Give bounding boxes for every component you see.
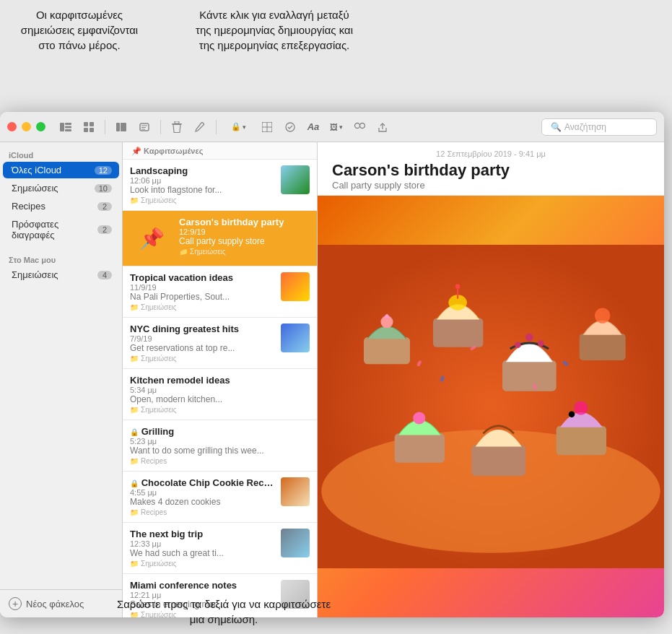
format-button[interactable]: Aa bbox=[303, 118, 323, 136]
minimize-button[interactable] bbox=[22, 122, 31, 131]
note-content: NYC dining greatest hits 7/9/19 Get rese… bbox=[130, 323, 275, 362]
sidebar-item-mac-notes[interactable]: Σημειώσεις 4 bbox=[3, 266, 119, 283]
svg-rect-27 bbox=[433, 318, 483, 347]
sidebar-item-recipes[interactable]: Recipes 2 bbox=[3, 198, 119, 214]
note-folder: 📁 Σημειώσεις bbox=[130, 355, 275, 362]
note-title: Miami conference notes bbox=[130, 580, 275, 591]
svg-point-20 bbox=[355, 123, 360, 128]
checklist-button[interactable] bbox=[280, 118, 300, 136]
note-thumbnail-miami bbox=[281, 580, 310, 609]
note-item-grilling[interactable]: 🔒 Grilling 5:23 μμ Want to do some grill… bbox=[123, 420, 317, 472]
note-preview: Look into flagstone for... bbox=[130, 185, 275, 195]
notes-scroll[interactable]: Landscaping 12:06 μμ Look into flagstone… bbox=[123, 160, 317, 617]
svg-rect-1 bbox=[65, 123, 71, 125]
svg-rect-35 bbox=[580, 334, 626, 360]
note-folder: 📁 Σημειώσεις bbox=[130, 611, 275, 617]
notes-list: 📌 Καρφιτσωμένες Landscaping 12:06 μμ Loo… bbox=[123, 142, 318, 617]
svg-rect-15 bbox=[175, 121, 179, 123]
notelist-toggle-button[interactable] bbox=[111, 118, 131, 136]
close-button[interactable] bbox=[7, 122, 17, 131]
lock-button[interactable]: 🔒▾ bbox=[222, 118, 254, 136]
note-thumbnail-cookies bbox=[281, 477, 310, 506]
svg-point-36 bbox=[595, 308, 610, 323]
note-item-miami[interactable]: Miami conference notes 12:21 μμ Sales in… bbox=[123, 574, 317, 617]
mac-section-header: Στο Mac μου bbox=[0, 253, 122, 266]
note-folder: 📁 Σημειώσεις bbox=[179, 248, 310, 256]
svg-rect-6 bbox=[84, 128, 88, 132]
svg-rect-9 bbox=[121, 123, 126, 131]
compose-button[interactable] bbox=[190, 118, 210, 136]
pin-icon: 📌 bbox=[131, 147, 141, 155]
sidebar-item-recently-deleted[interactable]: Πρόσφατες διαγραφές 2 bbox=[3, 216, 119, 243]
note-detail: 12 Σεπτεμβρίου 2019 - 9:41 μμ Carson's b… bbox=[318, 142, 664, 617]
note-time: 5:34 μμ bbox=[130, 386, 310, 394]
table-button[interactable] bbox=[257, 118, 277, 136]
note-thumbnail-trip bbox=[281, 529, 310, 557]
delete-button[interactable] bbox=[167, 118, 187, 136]
note-thumbnail-landscape bbox=[281, 165, 310, 194]
detail-date[interactable]: 12 Σεπτεμβρίου 2019 - 9:41 μμ bbox=[332, 149, 650, 158]
media-button[interactable]: 🖼▾ bbox=[326, 118, 346, 136]
note-content: Landscaping 12:06 μμ Look into flagstone… bbox=[130, 165, 275, 204]
note-preview: Sales in emerging mar... bbox=[130, 599, 275, 609]
svg-point-42 bbox=[569, 411, 575, 417]
share-button[interactable] bbox=[372, 118, 393, 136]
lock-icon: 🔒 bbox=[130, 479, 139, 487]
app-window: 🔒▾ Aa 🖼▾ 🔍 Αναζήτηση iCloud Όλες iCloud bbox=[0, 112, 664, 617]
party-photo-svg bbox=[318, 196, 664, 617]
titlebar: 🔒▾ Aa 🖼▾ 🔍 Αναζήτηση bbox=[0, 112, 664, 142]
note-time: 5:23 μμ bbox=[130, 437, 310, 446]
note-item-birthday[interactable]: 📌 Carson's birthday party 12:9/19 Call p… bbox=[123, 211, 317, 266]
svg-rect-0 bbox=[60, 123, 64, 131]
detail-header: 12 Σεπτεμβρίου 2019 - 9:41 μμ Carson's b… bbox=[318, 142, 664, 196]
note-content: Tropical vacation ideas 11/9/19 Na Pali … bbox=[130, 272, 275, 311]
note-item-landscaping[interactable]: Landscaping 12:06 μμ Look into flagstone… bbox=[123, 160, 317, 211]
sidebar: iCloud Όλες iCloud 12 Σημειώσεις 10 Reci… bbox=[0, 142, 123, 617]
new-folder-button[interactable]: + Νέος φάκελος bbox=[9, 597, 113, 610]
note-item-cookies[interactable]: 🔒 Chocolate Chip Cookie Recipe 4:55 μμ M… bbox=[123, 472, 317, 523]
note-thumbnail-nyc bbox=[281, 323, 310, 352]
note-preview: Want to do some grilling this wee... bbox=[130, 446, 310, 456]
svg-rect-7 bbox=[90, 128, 94, 132]
search-placeholder: Αναζήτηση bbox=[564, 122, 606, 132]
note-folder: 📁 Recipes bbox=[130, 457, 310, 465]
collaborate-button[interactable] bbox=[349, 118, 370, 136]
note-item-nyc[interactable]: NYC dining greatest hits 7/9/19 Get rese… bbox=[123, 318, 317, 369]
note-folder: 📁 Recipes bbox=[130, 508, 275, 516]
note-content: The next big trip 12:33 μμ We had such a… bbox=[130, 529, 275, 568]
pinned-header-label: Καρφιτσωμένες bbox=[144, 147, 203, 155]
svg-point-34 bbox=[525, 334, 533, 342]
svg-rect-3 bbox=[65, 129, 71, 131]
traffic-lights bbox=[7, 122, 45, 131]
detail-subtitle: Call party supply store bbox=[332, 180, 650, 191]
note-item-trip[interactable]: The next big trip 12:33 μμ We had such a… bbox=[123, 523, 317, 574]
search-bar[interactable]: 🔍 Αναζήτηση bbox=[541, 118, 657, 136]
detail-body bbox=[318, 196, 664, 617]
sidebar-item-notes[interactable]: Σημειώσεις 10 bbox=[3, 180, 119, 196]
new-folder-label: Νέος φάκελος bbox=[26, 599, 84, 609]
note-content: Carson's birthday party 12:9/19 Call par… bbox=[179, 217, 310, 256]
note-time: 7/9/19 bbox=[130, 334, 275, 343]
svg-point-33 bbox=[538, 340, 544, 347]
sidebar-toggle-button[interactable] bbox=[56, 118, 76, 136]
note-preview: Get reservations at top re... bbox=[130, 343, 275, 353]
annotation-pinned: Οι καρφιτσωμένες σημειώσεις εμφανίζονται… bbox=[14, 7, 144, 53]
note-time: 12:21 μμ bbox=[130, 591, 275, 599]
icloud-section-header: iCloud bbox=[0, 148, 122, 161]
pin-badge-icon: 📌 bbox=[139, 227, 165, 251]
maximize-button[interactable] bbox=[36, 122, 45, 131]
note-time: 4:55 μμ bbox=[130, 488, 275, 497]
svg-rect-40 bbox=[557, 426, 606, 456]
sidebar-item-all-icloud[interactable]: Όλες iCloud 12 bbox=[3, 162, 119, 178]
svg-rect-39 bbox=[471, 445, 525, 476]
note-item-kitchen[interactable]: Kitchen remodel ideas 5:34 μμ Open, mode… bbox=[123, 369, 317, 420]
attachment-button[interactable] bbox=[134, 118, 154, 136]
annotation-date-toggle: Κάντε κλικ για εναλλαγή μεταξύ της ημερο… bbox=[195, 7, 354, 53]
note-item-tropical[interactable]: Tropical vacation ideas 11/9/19 Na Pali … bbox=[123, 266, 317, 318]
note-folder: 📁 Σημειώσεις bbox=[130, 406, 310, 414]
detail-title: Carson's birthday party bbox=[332, 161, 650, 180]
note-preview: Open, modern kitchen... bbox=[130, 394, 310, 404]
note-time: 12:06 μμ bbox=[130, 176, 275, 185]
svg-point-21 bbox=[360, 123, 365, 128]
grid-view-button[interactable] bbox=[79, 118, 99, 136]
